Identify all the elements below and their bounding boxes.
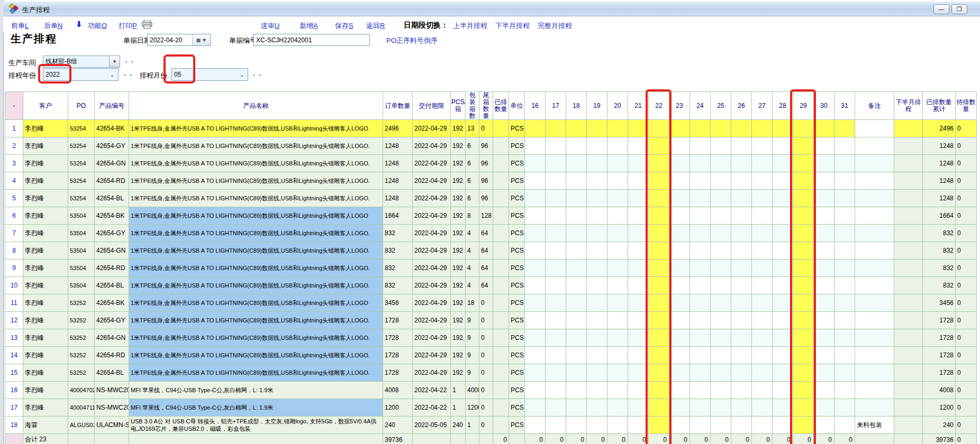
cell-order-qty[interactable]: 1728 — [383, 329, 413, 347]
cell-day-30[interactable] — [814, 382, 834, 399]
cell-due-date[interactable]: 2022-04-29 — [413, 242, 451, 260]
table-row[interactable]: 10李烈峰5350442654-BL1米TPE线身,金属外壳USB A TO L… — [5, 277, 977, 294]
cell-pcs-per-box[interactable]: 192 — [451, 260, 466, 277]
cell-day-25[interactable] — [711, 417, 731, 434]
month-chevron-down-icon[interactable]: ⌄ — [236, 71, 248, 78]
cell-day-23[interactable] — [669, 242, 690, 260]
cell-day-28[interactable] — [773, 137, 793, 155]
cell-day-18[interactable] — [566, 120, 587, 137]
cell-day-24[interactable] — [690, 207, 711, 225]
cell-pcs-per-box[interactable]: 1 — [451, 382, 466, 399]
cell-product-name[interactable]: 1米TPE线身,金属外壳USB A TO LIGHTNING(C89)数据线,U… — [129, 190, 383, 207]
cell-pending-qty[interactable]: 0 — [956, 347, 977, 364]
cell-day-22[interactable] — [649, 260, 669, 277]
cell-pending-qty[interactable]: 0 — [956, 417, 977, 434]
cell-day-18[interactable] — [566, 294, 587, 312]
cell-pcs-per-box[interactable]: 192 — [451, 277, 466, 294]
cell-day-27[interactable] — [752, 207, 773, 225]
cell-box-count[interactable]: 4 — [466, 225, 479, 242]
cell-day-28[interactable] — [773, 207, 793, 225]
cell-po[interactable]: 53504 — [68, 207, 95, 225]
cell-due-date[interactable]: 2022-04-29 — [413, 137, 451, 155]
cell-tail-qty[interactable]: 0 — [479, 347, 493, 364]
cell-due-date[interactable]: 2022-04-29 — [413, 364, 451, 382]
cell-customer[interactable]: 李烈峰 — [23, 399, 68, 417]
cell-day-18[interactable] — [566, 382, 587, 399]
cell-day-21[interactable] — [628, 260, 649, 277]
cell-day-25[interactable] — [711, 137, 731, 155]
cell-order-qty[interactable]: 240 — [383, 417, 413, 434]
cell-second-half[interactable] — [894, 225, 923, 242]
cell-day-17[interactable] — [546, 382, 566, 399]
cell-po[interactable]: 4000471181/1182 — [68, 399, 95, 417]
cell-day-22[interactable] — [649, 242, 669, 260]
cell-row-number[interactable]: 6 — [5, 207, 23, 225]
cell-day-18[interactable] — [566, 417, 587, 434]
cell-remark[interactable] — [855, 120, 894, 137]
cell-day-25[interactable] — [711, 120, 731, 137]
cell-day-29[interactable] — [793, 155, 814, 172]
cell-customer[interactable]: 李烈峰 — [23, 329, 68, 347]
cell-day-21[interactable] — [628, 172, 649, 190]
cell-day-29[interactable] — [793, 137, 814, 155]
schedule-month-select[interactable]: 05 ⌄ — [171, 68, 248, 81]
cell-row-number[interactable]: 18 — [5, 417, 23, 434]
cell-day-19[interactable] — [587, 260, 607, 277]
cell-day-31[interactable] — [834, 155, 855, 172]
cell-box-count[interactable]: 4 — [466, 277, 479, 294]
add-new-link[interactable]: 新增A — [300, 21, 318, 31]
cell-remark[interactable] — [855, 242, 894, 260]
cell-order-qty[interactable]: 832 — [383, 242, 413, 260]
cell-pending-qty[interactable]: 0 — [956, 294, 977, 312]
cell-due-date[interactable]: 2022-04-29 — [413, 312, 451, 329]
cell-day-16[interactable] — [525, 364, 546, 382]
cell-pending-qty[interactable]: 0 — [956, 364, 977, 382]
cell-day-19[interactable] — [587, 225, 607, 242]
cell-customer[interactable]: 李烈峰 — [23, 364, 68, 382]
cell-pending-qty[interactable]: 0 — [956, 137, 977, 155]
cell-row-number[interactable]: 9 — [5, 260, 23, 277]
cell-scheduled-qty[interactable] — [493, 155, 509, 172]
cell-day-27[interactable] — [752, 417, 773, 434]
cell-unit[interactable]: PCS — [509, 137, 525, 155]
cell-day-30[interactable] — [814, 364, 834, 382]
full-month-link[interactable]: 完整月排程 — [538, 21, 572, 31]
cell-day-31[interactable] — [834, 120, 855, 137]
cell-row-number[interactable]: 16 — [5, 382, 23, 399]
cell-day-28[interactable] — [773, 155, 793, 172]
cell-scheduled-qty[interactable] — [493, 207, 509, 225]
cell-due-date[interactable]: 2022-04-29 — [413, 277, 451, 294]
cell-day-23[interactable] — [669, 294, 690, 312]
cell-customer[interactable]: 李烈峰 — [23, 155, 68, 172]
cell-product-code[interactable]: 42654-BK — [95, 294, 129, 312]
cell-day-25[interactable] — [711, 399, 731, 417]
cell-day-22[interactable] — [649, 277, 669, 294]
cell-unit[interactable]: PCS — [509, 277, 525, 294]
table-row[interactable]: 8李烈峰5350442654-GN1米TPE线身,金属外壳USB A TO LI… — [5, 242, 977, 260]
cell-cum-scheduled[interactable]: 1248 — [923, 172, 956, 190]
cell-day-21[interactable] — [628, 329, 649, 347]
cell-day-17[interactable] — [546, 347, 566, 364]
prev-doc-link[interactable]: 前单L — [11, 21, 29, 31]
cell-day-16[interactable] — [525, 120, 546, 137]
cell-day-30[interactable] — [814, 312, 834, 329]
cell-day-16[interactable] — [525, 329, 546, 347]
cell-day-23[interactable] — [669, 364, 690, 382]
cell-day-25[interactable] — [711, 364, 731, 382]
cell-day-16[interactable] — [525, 277, 546, 294]
cell-row-number[interactable]: 17 — [5, 399, 23, 417]
cell-cum-scheduled[interactable]: 1728 — [923, 329, 956, 347]
cell-day-20[interactable] — [607, 225, 628, 242]
cell-day-17[interactable] — [546, 277, 566, 294]
cell-product-name[interactable]: 1米TPE线身,金属外壳USB A TO LIGHTNING(C89)数据线,U… — [129, 172, 383, 190]
cell-po[interactable]: 53254 — [68, 137, 95, 155]
cell-day-16[interactable] — [525, 417, 546, 434]
cell-po[interactable]: 53254 — [68, 120, 95, 137]
cell-day-23[interactable] — [669, 137, 690, 155]
cell-day-23[interactable] — [669, 120, 690, 137]
cell-day-28[interactable] — [773, 399, 793, 417]
cell-day-27[interactable] — [752, 382, 773, 399]
year-lookup-link[interactable]: . . — [124, 69, 133, 77]
cell-day-28[interactable] — [773, 364, 793, 382]
cell-row-number[interactable]: 14 — [5, 347, 23, 364]
